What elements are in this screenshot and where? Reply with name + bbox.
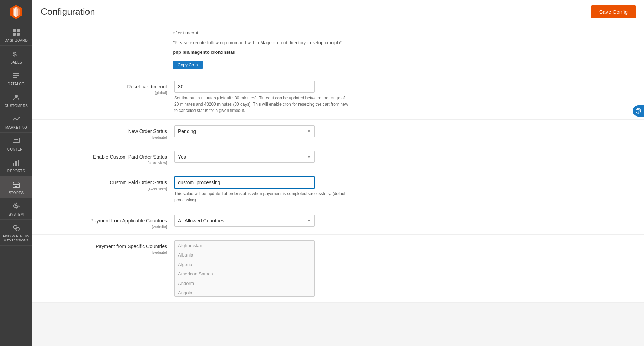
reset-cart-hint: Set timeout in minutes (default : 30 min… xyxy=(174,95,350,114)
svg-point-26 xyxy=(636,108,641,113)
sidebar-item-stores[interactable]: STORES xyxy=(0,176,32,198)
new-order-status-select[interactable]: Pending Processing Complete Closed Cance… xyxy=(174,125,315,137)
custom-paid-status-scope: [store view] xyxy=(41,186,167,191)
sidebar-item-label-catalog: CATALOG xyxy=(8,82,25,86)
enable-custom-paid-select-wrapper: Yes No ▼ xyxy=(174,151,315,163)
field-label-col-enable-custom: Enable Custom Paid Order Status [store v… xyxy=(41,151,174,165)
new-order-status-scope: [website] xyxy=(41,135,167,139)
applicable-countries-select[interactable]: All Allowed Countries Specific Countries xyxy=(174,215,315,227)
svg-text:$: $ xyxy=(13,51,17,58)
sidebar-item-label-content: CONTENT xyxy=(7,147,25,151)
config-row-applicable-countries: Payment from Applicable Countries [websi… xyxy=(32,209,644,235)
svg-rect-8 xyxy=(17,33,20,36)
info-block: after timeout. *Please execute following… xyxy=(32,24,644,75)
system-icon xyxy=(11,201,21,211)
sidebar-item-sales[interactable]: $ SALES xyxy=(0,46,32,67)
svg-rect-6 xyxy=(17,29,20,32)
sidebar-item-label-sales: SALES xyxy=(10,60,22,64)
content-area: after timeout. *Please execute following… xyxy=(32,24,644,346)
content-icon xyxy=(11,136,21,146)
page-title: Configuration xyxy=(41,6,95,17)
field-value-col-applicable: All Allowed Countries Specific Countries… xyxy=(174,215,636,227)
sidebar-item-label-dashboard: DASHBOARD xyxy=(5,39,28,42)
custom-paid-status-label: Custom Paid Order Status xyxy=(110,180,167,185)
svg-rect-10 xyxy=(13,73,19,74)
sidebar-item-label-system: SYSTEM xyxy=(9,213,24,217)
specific-countries-multiselect[interactable]: Afghanistan Albania Algeria American Sam… xyxy=(174,240,315,297)
enable-custom-paid-scope: [store view] xyxy=(41,161,167,165)
specific-countries-label: Payment from Specific Countries xyxy=(96,244,167,249)
field-value-col-reset-cart: Set timeout in minutes (default : 30 min… xyxy=(174,81,636,114)
applicable-countries-label: Payment from Applicable Countries xyxy=(90,218,167,224)
sidebar-item-dashboard[interactable]: DASHBOARD xyxy=(0,24,32,46)
svg-rect-15 xyxy=(13,138,19,143)
country-option-afghanistan[interactable]: Afghanistan xyxy=(175,241,314,250)
svg-point-13 xyxy=(15,95,18,98)
reset-cart-input[interactable] xyxy=(174,81,315,93)
new-order-status-select-wrapper: Pending Processing Complete Closed Cance… xyxy=(174,125,315,137)
field-label-col-specific: Payment from Specific Countries [website… xyxy=(41,240,174,254)
right-widget-icon xyxy=(636,108,641,114)
sidebar-item-customers[interactable]: CUSTOMERS xyxy=(0,89,32,111)
reports-icon xyxy=(11,158,21,168)
svg-point-23 xyxy=(15,205,17,207)
country-option-albania[interactable]: Albania xyxy=(175,250,314,260)
header: Configuration Save Config xyxy=(32,0,644,24)
stores-icon xyxy=(11,180,21,189)
svg-rect-12 xyxy=(13,77,17,78)
reset-cart-label: Reset cart timeout xyxy=(127,84,167,89)
svg-rect-16 xyxy=(14,139,18,140)
specific-countries-scope: [website] xyxy=(41,250,167,254)
field-value-col-custom-paid: This value will be updated at order stat… xyxy=(174,177,636,203)
field-label-col-new-order: New Order Status [website] xyxy=(41,125,174,139)
country-option-angola[interactable]: Angola xyxy=(175,288,314,297)
customers-icon xyxy=(11,93,21,102)
save-config-button[interactable]: Save Config xyxy=(591,5,636,18)
new-order-status-label: New Order Status xyxy=(128,128,167,134)
enable-custom-paid-select[interactable]: Yes No xyxy=(174,151,315,163)
marketing-icon xyxy=(11,114,21,124)
svg-rect-22 xyxy=(15,186,17,188)
sidebar-item-label-customers: CUSTOMERS xyxy=(5,104,28,108)
country-option-american-samoa[interactable]: American Samoa xyxy=(175,269,314,279)
sidebar-item-content[interactable]: CONTENT xyxy=(0,133,32,154)
country-option-andorra[interactable]: Andorra xyxy=(175,279,314,288)
custom-paid-status-hint: This value will be updated at order stat… xyxy=(174,191,350,203)
config-row-custom-paid-status: Custom Paid Order Status [store view] Th… xyxy=(32,171,644,209)
sidebar-logo xyxy=(0,0,32,24)
svg-rect-11 xyxy=(13,75,19,76)
svg-rect-20 xyxy=(18,160,19,166)
partners-icon xyxy=(11,223,21,233)
country-option-algeria[interactable]: Algeria xyxy=(175,260,314,269)
svg-rect-7 xyxy=(13,33,16,36)
field-value-col-enable-custom: Yes No ▼ xyxy=(174,151,636,163)
svg-rect-18 xyxy=(13,163,14,166)
sidebar-item-reports[interactable]: REPORTS xyxy=(0,154,32,176)
sidebar-item-catalog[interactable]: CATALOG xyxy=(0,67,32,89)
sidebar-item-partners[interactable]: FIND PARTNERS& EXTENSIONS xyxy=(0,220,32,246)
right-widget[interactable] xyxy=(633,105,644,117)
dashboard-icon xyxy=(11,27,21,37)
applicable-countries-select-wrapper: All Allowed Countries Specific Countries… xyxy=(174,215,315,227)
catalog-icon xyxy=(11,71,21,81)
main-content: Configuration Save Config after timeout.… xyxy=(32,0,644,346)
field-value-col-new-order: Pending Processing Complete Closed Cance… xyxy=(174,125,636,137)
sidebar-item-label-stores: STORES xyxy=(9,191,24,195)
svg-rect-19 xyxy=(15,161,17,166)
applicable-countries-scope: [website] xyxy=(41,225,167,229)
field-value-col-specific: Afghanistan Albania Algeria American Sam… xyxy=(174,240,636,297)
magento-logo-icon xyxy=(8,4,24,20)
config-row-enable-custom-paid: Enable Custom Paid Order Status [store v… xyxy=(32,145,644,171)
sidebar: DASHBOARD $ SALES CATALOG CUSTOMERS MARK… xyxy=(0,0,32,346)
cron-command: php bin/magento cron:install xyxy=(173,49,636,56)
config-row-reset-cart: Reset cart timeout [global] Set timeout … xyxy=(32,75,644,120)
custom-paid-status-input[interactable] xyxy=(174,177,315,188)
info-text-1: after timeout. xyxy=(173,29,636,36)
sidebar-item-marketing[interactable]: MARKETING xyxy=(0,111,32,133)
sidebar-item-system[interactable]: SYSTEM xyxy=(0,198,32,220)
config-section: after timeout. *Please execute following… xyxy=(32,24,644,303)
copy-cron-button[interactable]: Copy Cron xyxy=(173,61,203,69)
sidebar-item-label-marketing: MARKETING xyxy=(5,126,27,129)
sales-icon: $ xyxy=(11,49,21,59)
svg-rect-5 xyxy=(13,29,16,32)
